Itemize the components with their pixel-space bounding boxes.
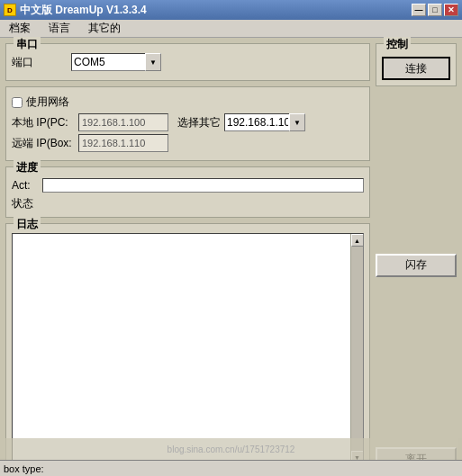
- local-ip-input[interactable]: [78, 113, 168, 131]
- port-label: 端口: [12, 55, 66, 70]
- scroll-track: [351, 247, 364, 451]
- menu-bar: 档案 语言 其它的: [0, 20, 462, 38]
- left-panel: 串口 端口 COM1 COM2 COM3 COM4 COM5 ▼: [5, 43, 370, 471]
- progress-group: 进度 Act: 状态: [5, 166, 370, 218]
- other-ip-select-wrapper: 192.168.1.101 192.168.1.102 ▼: [224, 113, 305, 131]
- connect-button[interactable]: 连接: [382, 57, 450, 80]
- control-group-title: 控制: [384, 37, 411, 52]
- menu-item-archives[interactable]: 档案: [4, 19, 36, 38]
- use-network-checkbox[interactable]: [12, 97, 23, 108]
- status-bar-text: box type:: [4, 463, 44, 474]
- watermark: blog.sina.com.cn/u/1751723712: [0, 438, 462, 460]
- scroll-up-button[interactable]: ▲: [351, 234, 364, 247]
- status-bar: box type:: [0, 460, 462, 476]
- remote-ip-label: 远端 IP(Box:: [12, 136, 75, 151]
- minimize-button[interactable]: —: [412, 4, 426, 16]
- log-scrollbar[interactable]: ▲ ▼: [350, 234, 363, 463]
- network-group: 使用网络 本地 IP(PC: 选择其它 192.168.1.101 192.16…: [5, 86, 370, 161]
- other-ip-select[interactable]: 192.168.1.101 192.168.1.102: [224, 113, 305, 131]
- port-select[interactable]: COM1 COM2 COM3 COM4 COM5: [71, 53, 161, 71]
- window-controls: — □ ✕: [412, 4, 458, 16]
- serial-group: 串口 端口 COM1 COM2 COM3 COM4 COM5 ▼: [5, 43, 370, 81]
- close-button[interactable]: ✕: [444, 4, 458, 16]
- port-select-wrapper: COM1 COM2 COM3 COM4 COM5 ▼: [71, 53, 161, 71]
- window-title: 中文版 DreamUp V1.3.3.4: [20, 3, 147, 18]
- select-other-label: 选择其它: [177, 115, 221, 130]
- flash-button[interactable]: 闪存: [376, 254, 457, 277]
- serial-group-title: 串口: [14, 37, 41, 52]
- use-network-label: 使用网络: [26, 94, 69, 110]
- menu-item-language[interactable]: 语言: [43, 19, 76, 38]
- title-bar: D 中文版 DreamUp V1.3.3.4 — □ ✕: [0, 0, 462, 20]
- menu-item-other[interactable]: 其它的: [83, 19, 126, 38]
- local-ip-label: 本地 IP(PC:: [12, 115, 75, 130]
- right-panel: 控制 连接 闪存 离开: [376, 43, 457, 471]
- app-icon: D: [4, 4, 16, 16]
- progress-group-title: 进度: [14, 160, 41, 175]
- watermark-text: blog.sina.com.cn/u/1751723712: [168, 445, 295, 454]
- progress-bar: [42, 178, 364, 193]
- log-group: 日志 ▲ ▼: [5, 223, 370, 471]
- control-group: 控制 连接: [376, 43, 457, 86]
- maximize-button[interactable]: □: [428, 4, 442, 16]
- act-label: Act:: [12, 179, 37, 192]
- log-area[interactable]: ▲ ▼: [12, 233, 364, 464]
- status-label: 状态: [12, 196, 33, 211]
- remote-ip-input[interactable]: [78, 134, 168, 152]
- log-group-title: 日志: [14, 217, 41, 232]
